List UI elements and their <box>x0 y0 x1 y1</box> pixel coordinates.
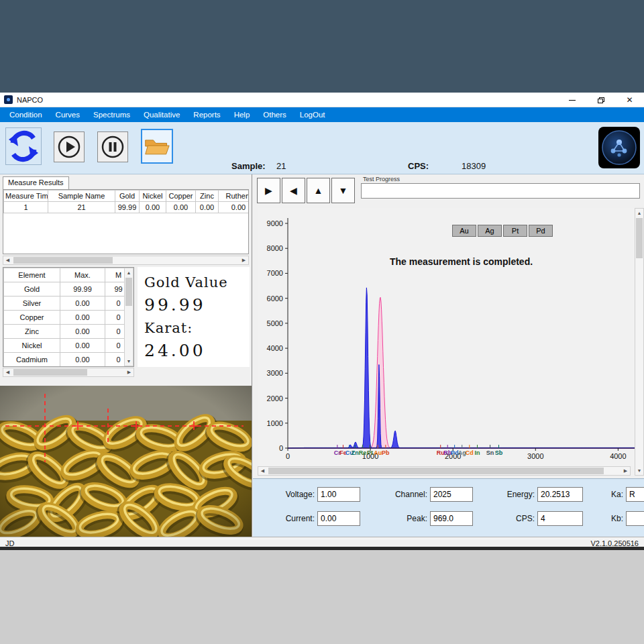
measure-results-tab[interactable]: Measure Results <box>3 176 69 189</box>
element-vscrollbar[interactable]: ▲ ▼ <box>124 268 133 366</box>
menu-item-help[interactable]: Help <box>227 107 257 122</box>
table-row[interactable]: Silver0.000 <box>4 297 132 311</box>
scroll-left-icon[interactable]: ◀ <box>3 256 12 264</box>
element-button-ag[interactable]: Ag <box>478 225 502 237</box>
sample-camera-view <box>0 386 252 537</box>
element-button-au[interactable]: Au <box>452 225 476 237</box>
element-button-pd[interactable]: Pd <box>529 225 553 237</box>
column-header: Copper <box>166 191 196 202</box>
menu-item-qualitative[interactable]: Qualitative <box>137 107 186 122</box>
bottom-form: Voltage:Channel:Energy:Ka:Current:Peak:C… <box>253 478 644 537</box>
results-table: Measure TimesSample NameGoldNickelCopper… <box>3 190 249 213</box>
table-row[interactable]: Nickel0.000 <box>4 339 132 353</box>
left-panel: Measure Results Measure TimesSample Name… <box>0 174 252 537</box>
close-button[interactable]: ✕ <box>615 93 644 107</box>
refresh-icon <box>7 129 40 163</box>
chart-vscrollbar[interactable]: ▲ ▼ <box>635 208 644 476</box>
scrollbar-thumb[interactable] <box>13 369 87 376</box>
kb-input[interactable] <box>626 511 644 526</box>
table-cell: 0.00 <box>219 202 250 213</box>
menu-item-curves[interactable]: Curves <box>49 107 87 122</box>
chart-hscrollbar[interactable]: ◀ ▶ <box>258 466 631 476</box>
menu-item-condition[interactable]: Condition <box>3 107 49 122</box>
nav-left-button[interactable]: ◀ <box>282 178 305 203</box>
scrollbar-thumb[interactable] <box>13 257 113 264</box>
scroll-left-icon[interactable]: ◀ <box>3 368 12 376</box>
scrollbar-track[interactable] <box>267 467 621 475</box>
scrollbar-thumb[interactable] <box>268 468 604 474</box>
minimize-button[interactable] <box>557 93 586 107</box>
nav-right-button[interactable]: ▶ <box>257 178 280 203</box>
element-marker-label: Sb <box>495 449 503 456</box>
scroll-right-icon[interactable]: ▶ <box>239 256 248 264</box>
scroll-down-icon[interactable]: ▼ <box>635 466 643 475</box>
scrollbar-thumb[interactable] <box>125 278 132 306</box>
restore-button[interactable] <box>586 93 615 107</box>
results-table-box: Measure TimesSample NameGoldNickelCopper… <box>3 189 249 254</box>
menu-item-spectrums[interactable]: Spectrums <box>87 107 137 122</box>
voltage-label: Voltage: <box>254 487 315 502</box>
element-marker-label: Pb <box>382 449 390 456</box>
table-cell: 0.00 <box>60 353 105 367</box>
table-cell: 0.00 <box>140 202 166 213</box>
menu-item-logout[interactable]: LogOut <box>293 107 332 122</box>
right-panel: ▶◀▲▼ Test Progress 010002000300040005000… <box>252 174 644 537</box>
close-icon: ✕ <box>626 95 633 105</box>
scrollbar-track[interactable] <box>12 368 125 376</box>
scroll-down-icon[interactable]: ▼ <box>125 357 133 366</box>
crosshair-mark <box>131 421 140 430</box>
cps-input[interactable] <box>537 511 583 526</box>
nav-up-button[interactable]: ▲ <box>307 178 330 203</box>
element-marker-label: Cd <box>466 449 474 456</box>
current-input[interactable] <box>317 511 360 526</box>
cps-value: 18309 <box>462 161 486 171</box>
ka-label: Ka: <box>588 487 623 502</box>
scrollbar-track[interactable] <box>12 256 239 264</box>
status-bar: JD V2.1.0.250516 <box>0 537 644 549</box>
scrollbar-track[interactable] <box>635 217 643 466</box>
table-cell: 0.00 <box>60 297 105 311</box>
open-file-button[interactable] <box>141 129 173 164</box>
element-button-pt[interactable]: Pt <box>503 225 527 237</box>
table-row[interactable]: Gold99.9999 <box>4 282 132 297</box>
gold-value-number: 99.99 <box>144 294 243 317</box>
scroll-right-icon[interactable]: ▶ <box>125 368 133 376</box>
table-cell: Copper <box>4 311 60 325</box>
results-hscrollbar[interactable]: ◀ ▶ <box>3 256 249 265</box>
refresh-button[interactable] <box>5 127 42 165</box>
menu-item-others[interactable]: Others <box>256 107 293 122</box>
start-button[interactable] <box>54 131 85 162</box>
scroll-up-icon[interactable]: ▲ <box>635 209 643 217</box>
scroll-right-icon[interactable]: ▶ <box>621 467 630 475</box>
table-row[interactable]: 12199.990.000.000.000.00 <box>4 202 250 213</box>
element-table: ElementMax.MGold99.9999Silver0.000Copper… <box>3 268 132 367</box>
column-header: Zinc <box>196 191 219 202</box>
y-tick-label: 7000 <box>267 269 283 277</box>
table-row[interactable]: Cadmium0.000 <box>4 353 132 367</box>
menu-item-reports[interactable]: Reports <box>186 107 227 122</box>
energy-input[interactable] <box>537 487 583 502</box>
voltage-input[interactable] <box>317 487 360 502</box>
sample-value: 21 <box>276 161 286 171</box>
y-tick-label: 3000 <box>267 369 283 377</box>
table-row[interactable]: Zinc0.000 <box>4 325 132 339</box>
ka-input[interactable] <box>626 487 644 502</box>
scrollbar-track[interactable] <box>125 277 133 357</box>
x-tick-label: 3000 <box>527 452 543 460</box>
table-row[interactable]: Copper0.000 <box>4 311 132 325</box>
peak-input[interactable] <box>430 511 473 526</box>
nav-down-button[interactable]: ▼ <box>331 178 355 203</box>
column-header: Max. <box>60 268 105 282</box>
peak-label: Peak: <box>374 511 427 526</box>
pause-button[interactable] <box>97 131 128 162</box>
table-cell: Nickel <box>4 339 60 353</box>
measurement-message: The measurement is completed. <box>288 256 635 267</box>
scrollbar-thumb[interactable] <box>636 218 643 258</box>
element-table-box: ElementMax.MGold99.9999Silver0.000Copper… <box>3 267 134 367</box>
scroll-left-icon[interactable]: ◀ <box>258 467 267 475</box>
element-hscrollbar[interactable]: ◀ ▶ <box>3 368 134 377</box>
test-progress-label: Test Progress <box>363 176 400 182</box>
kb-label: Kb: <box>588 511 623 526</box>
scroll-up-icon[interactable]: ▲ <box>125 268 133 277</box>
channel-input[interactable] <box>430 487 473 502</box>
